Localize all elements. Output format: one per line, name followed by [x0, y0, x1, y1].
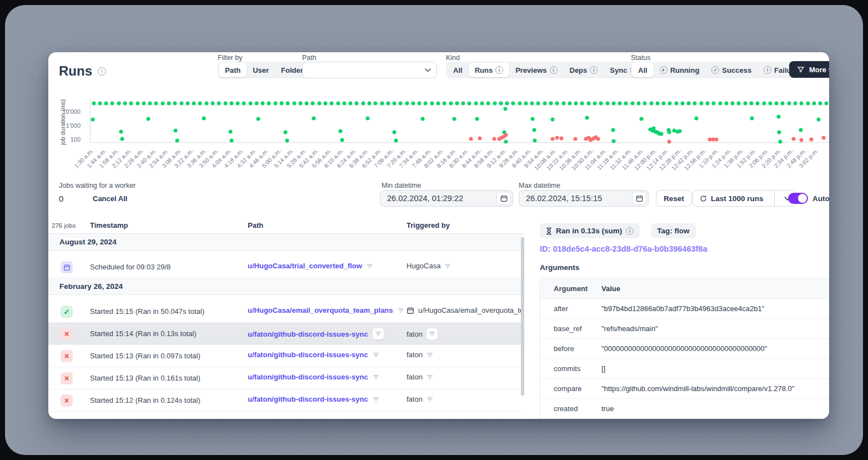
run-dot-success[interactable]: [695, 116, 699, 120]
run-dot-success[interactable]: [98, 101, 102, 105]
calendar-icon[interactable]: [632, 192, 646, 205]
run-dot-success[interactable]: [242, 101, 246, 105]
run-dot-failure[interactable]: [822, 136, 826, 139]
run-path-link[interactable]: u/faton/github-discord-issues-sync: [248, 330, 368, 338]
run-dot-success[interactable]: [248, 101, 252, 105]
run-dot-success[interactable]: [280, 101, 284, 105]
run-dot-success[interactable]: [687, 101, 691, 105]
run-dot-success[interactable]: [511, 101, 515, 105]
status-option-success[interactable]: ✓Success: [705, 63, 757, 77]
info-icon[interactable]: i: [626, 227, 634, 235]
run-dot-success[interactable]: [543, 101, 546, 105]
run-dot-success[interactable]: [367, 101, 371, 105]
run-dot-failure[interactable]: [550, 137, 554, 141]
run-dot-success[interactable]: [505, 101, 509, 105]
run-dot-success[interactable]: [778, 139, 782, 143]
run-path-link[interactable]: u/HugoCasa/email_overquota_team_plans: [248, 306, 393, 314]
run-dot-success[interactable]: [305, 101, 309, 105]
run-dot-success[interactable]: [593, 101, 597, 105]
run-dot-success[interactable]: [618, 101, 622, 105]
run-dot-success[interactable]: [793, 101, 797, 105]
filterby-option-path[interactable]: Path: [219, 63, 247, 77]
runs-list-scrollbar[interactable]: [521, 237, 524, 396]
run-dot-success[interactable]: [121, 137, 124, 141]
run-path-link[interactable]: u/faton/github-discord-issues-sync: [248, 351, 368, 359]
run-dot-failure[interactable]: [668, 140, 671, 144]
calendar-icon[interactable]: [496, 192, 511, 205]
run-dot-success[interactable]: [605, 101, 609, 105]
run-dot-success[interactable]: [737, 101, 741, 105]
run-dot-success[interactable]: [223, 101, 227, 105]
duration-badge[interactable]: Ran in 0.13s (sum) i: [540, 223, 640, 238]
run-dot-success[interactable]: [659, 132, 663, 136]
run-dot-success[interactable]: [284, 131, 288, 134]
run-dot-success[interactable]: [712, 101, 716, 105]
run-dot-success[interactable]: [129, 101, 133, 105]
kind-option-runs[interactable]: Runsi: [469, 63, 510, 77]
run-dot-success[interactable]: [475, 117, 479, 121]
run-path-link[interactable]: u/HugoCasa/trial_converted_flow: [248, 262, 362, 270]
run-dot-success[interactable]: [229, 101, 233, 105]
run-dot-success[interactable]: [192, 101, 196, 105]
run-dot-success[interactable]: [668, 101, 672, 105]
run-dot-failure[interactable]: [559, 137, 563, 141]
run-dot-success[interactable]: [468, 101, 471, 105]
run-dot-success[interactable]: [273, 101, 277, 105]
run-dot-success[interactable]: [267, 101, 271, 105]
run-dot-success[interactable]: [680, 101, 684, 105]
run-dot-success[interactable]: [762, 101, 766, 105]
filter-by-trigger-icon[interactable]: [427, 396, 433, 403]
run-dot-success[interactable]: [430, 101, 434, 105]
run-dot-success[interactable]: [724, 101, 728, 105]
run-dot-success[interactable]: [756, 101, 760, 105]
run-dot-success[interactable]: [424, 101, 428, 105]
run-dot-success[interactable]: [174, 129, 178, 133]
run-dot-success[interactable]: [323, 101, 327, 105]
run-dot-success[interactable]: [561, 101, 565, 105]
max-datetime-input[interactable]: 26.02.2024, 15:15:15: [519, 190, 649, 207]
run-dot-success[interactable]: [825, 101, 829, 105]
run-dot-success[interactable]: [317, 101, 321, 105]
run-dot-success[interactable]: [536, 101, 540, 105]
run-dot-success[interactable]: [393, 130, 397, 134]
run-dot-success[interactable]: [175, 139, 179, 143]
run-dot-success[interactable]: [731, 101, 735, 105]
run-dot-success[interactable]: [342, 101, 346, 105]
run-dot-success[interactable]: [361, 101, 365, 105]
run-dot-success[interactable]: [568, 101, 571, 105]
run-dot-success[interactable]: [254, 101, 258, 105]
run-row[interactable]: ×Started 15:13 (Ran in 0.161s total)u/fa…: [48, 367, 524, 389]
auto-refresh-toggle[interactable]: [788, 193, 808, 204]
run-dot-success[interactable]: [204, 101, 208, 105]
run-dot-success[interactable]: [668, 131, 671, 134]
run-dot-success[interactable]: [743, 101, 747, 105]
run-dot-success[interactable]: [443, 101, 446, 105]
filter-by-trigger-icon[interactable]: [427, 374, 433, 381]
run-dot-success[interactable]: [330, 101, 334, 105]
filter-by-trigger-icon[interactable]: [427, 328, 438, 339]
run-dot-success[interactable]: [185, 101, 189, 105]
run-row[interactable]: ✓Started 15:15 (Ran in 50.047s total)u/H…: [48, 301, 524, 323]
min-datetime-input[interactable]: 26.02.2024, 01:29:22: [380, 190, 513, 207]
run-dot-success[interactable]: [493, 101, 496, 105]
filter-by-path-icon[interactable]: [373, 396, 379, 403]
run-dot-failure[interactable]: [809, 137, 813, 141]
run-dot-success[interactable]: [777, 114, 781, 118]
run-dot-success[interactable]: [775, 101, 779, 105]
run-dot-success[interactable]: [154, 101, 158, 105]
run-dot-success[interactable]: [611, 128, 615, 132]
run-dot-failure[interactable]: [469, 137, 473, 141]
run-dot-success[interactable]: [674, 101, 678, 105]
runs-info-icon[interactable]: i: [98, 67, 106, 76]
run-dot-success[interactable]: [311, 101, 315, 105]
run-row[interactable]: ×Started 15:13 (Ran in 0.097s total)u/fa…: [48, 345, 524, 367]
run-dot-success[interactable]: [662, 101, 666, 105]
run-dot-success[interactable]: [800, 101, 804, 105]
run-dot-success[interactable]: [504, 140, 508, 144]
run-dot-success[interactable]: [599, 101, 603, 105]
path-filter-select[interactable]: [302, 62, 437, 78]
run-dot-success[interactable]: [819, 101, 822, 105]
run-dot-failure[interactable]: [596, 137, 600, 141]
run-dot-success[interactable]: [524, 101, 528, 105]
status-option-all[interactable]: All: [632, 63, 654, 77]
